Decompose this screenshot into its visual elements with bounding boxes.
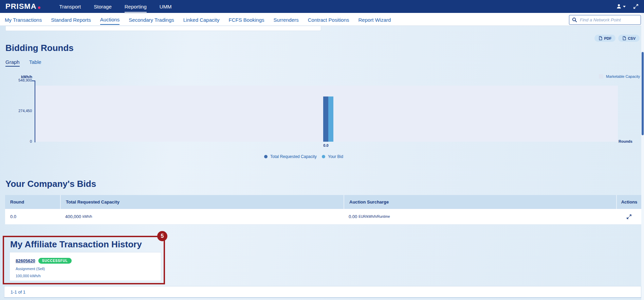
- subnav-item-secondary-tradings[interactable]: Secondary Tradings: [129, 14, 174, 24]
- user-menu-button[interactable]: [616, 4, 626, 9]
- scrollbar-track[interactable]: [641, 13, 644, 300]
- subnav-item-fcfs-bookings[interactable]: FCFS Bookings: [229, 14, 264, 24]
- surcharge-value: 0.00: [349, 214, 357, 219]
- subnav-item-linked-capacity[interactable]: Linked Capacity: [183, 14, 220, 24]
- transaction-card: 82605620 SUCCESSFUL Assignment (Sell) 10…: [10, 252, 161, 281]
- subnav-item-auctions[interactable]: Auctions: [100, 14, 120, 25]
- expand-row-button[interactable]: [626, 214, 632, 219]
- legend-total-requested-capacity: Total Requested Capacity: [264, 154, 317, 159]
- user-icon: [616, 4, 622, 9]
- surcharge-cell: 0.00 EUR/kWh/h/Runtime: [344, 209, 616, 224]
- your-bid-dot: [322, 155, 325, 158]
- company-bids-table: Round Total Requested Capacity Auction S…: [5, 195, 642, 225]
- marketable-capacity-label: Marketable Capacity: [606, 74, 640, 78]
- tab-table[interactable]: Table: [29, 59, 41, 67]
- fullscreen-toggle-icon[interactable]: [633, 4, 639, 9]
- file-pdf-icon: [599, 36, 602, 40]
- nav-item-transport[interactable]: Transport: [59, 1, 81, 13]
- search-icon: [572, 17, 577, 22]
- column-header-actions: Actions: [616, 195, 642, 209]
- export-csv-label: CSV: [628, 36, 636, 40]
- total-requested-capacity-dot: [264, 155, 268, 158]
- export-pdf-label: PDF: [604, 36, 611, 40]
- pagination-bar: 1-1 of 1: [4, 286, 641, 298]
- export-buttons: PDF CSV: [594, 35, 640, 42]
- y-tick-zero: 0: [9, 139, 32, 143]
- network-point-search[interactable]: [569, 15, 641, 25]
- your-bid-legend-label: Your Bid: [328, 154, 343, 159]
- transaction-card-header: 82605620 SUCCESSFUL: [16, 258, 161, 264]
- surcharge-unit: EUR/kWh/h/Runtime: [358, 215, 390, 218]
- prisma-logo[interactable]: PRISMA: [5, 2, 40, 11]
- transaction-status-badge: SUCCESSFUL: [38, 258, 72, 264]
- transaction-type: Assignment (Sell): [16, 267, 161, 271]
- x-axis-title: Rounds: [619, 139, 632, 143]
- pagination-text: 1-1 of 1: [11, 289, 25, 295]
- y-axis-tick-mark: [32, 81, 35, 81]
- column-header-total-requested-capacity: Total Requested Capacity: [60, 195, 344, 209]
- annotation-highlight-box: 5 My Affiliate Transaction History 82605…: [3, 236, 165, 284]
- subnav-item-report-wizard[interactable]: Report Wizard: [358, 14, 391, 24]
- capacity-value: 400,000: [65, 214, 81, 219]
- y-tick-max: 548,900: [9, 78, 32, 82]
- round-cell: 0.0: [5, 209, 60, 224]
- column-header-auction-surcharge: Auction Surcharge: [344, 195, 616, 209]
- page-content: PDF CSV Bidding Rounds Graph Table Marke…: [0, 26, 644, 300]
- chevron-down-icon: [623, 6, 626, 7]
- capacity-unit: kWh/h: [82, 215, 92, 218]
- transaction-amount: 100,000 kWh/h: [16, 274, 161, 278]
- prisma-logo-text: PRISMA: [5, 2, 37, 11]
- total-requested-capacity-legend-label: Total Requested Capacity: [270, 154, 317, 159]
- column-header-round: Round: [5, 195, 60, 209]
- subnav-item-contract-positions[interactable]: Contract Positions: [308, 14, 349, 24]
- export-csv-button[interactable]: CSV: [618, 35, 640, 42]
- total-requested-capacity-bar[interactable]: [323, 96, 328, 142]
- company-bids-title: Your Company's Bids: [5, 179, 96, 189]
- annotation-step-badge: 5: [157, 231, 167, 241]
- capacity-cell: 400,000 kWh/h: [60, 209, 344, 224]
- x-tick-round-label: 0.0: [319, 143, 333, 147]
- actions-cell: [616, 209, 642, 224]
- expand-icon: [626, 214, 632, 219]
- subnav-item-my-transactions[interactable]: My Transactions: [5, 14, 42, 24]
- marketable-capacity-swatch: [599, 74, 603, 78]
- subnav-item-surrenders[interactable]: Surrenders: [274, 14, 299, 24]
- bidding-rounds-title: Bidding Rounds: [5, 43, 74, 53]
- topbar-right-controls: [616, 4, 639, 9]
- legend-marketable-capacity: Marketable Capacity: [599, 74, 640, 78]
- transaction-id-link[interactable]: 82605620: [16, 258, 35, 263]
- y-tick-mid: 274,450: [9, 109, 32, 113]
- bidding-rounds-tabs: Graph Table: [5, 59, 41, 67]
- clipped-previous-card: [5, 26, 321, 31]
- legend-your-bid: Your Bid: [322, 154, 343, 159]
- bidding-rounds-chart: Marketable Capacity kWh/h 548,900 274,45…: [0, 72, 644, 163]
- prisma-logo-dot-icon: [38, 6, 40, 9]
- nav-item-reporting[interactable]: Reporting: [125, 1, 147, 13]
- affiliate-history-title: My Affiliate Transaction History: [10, 239, 142, 250]
- search-input[interactable]: [580, 17, 634, 22]
- export-pdf-button[interactable]: PDF: [594, 35, 615, 42]
- top-nav: Transport Storage Reporting UMM: [59, 1, 172, 13]
- scrollbar-thumb[interactable]: [642, 52, 644, 135]
- top-navigation-bar: PRISMA Transport Storage Reporting UMM: [0, 0, 644, 13]
- table-header-row: Round Total Requested Capacity Auction S…: [5, 195, 642, 209]
- subnav-item-standard-reports[interactable]: Standard Reports: [51, 14, 91, 24]
- file-csv-icon: [622, 36, 626, 40]
- your-bid-bar[interactable]: [328, 96, 333, 142]
- nav-item-storage[interactable]: Storage: [94, 1, 112, 13]
- table-row: 0.0 400,000 kWh/h 0.00 EUR/kWh/h/Runtime: [5, 209, 642, 225]
- reporting-tabs: My Transactions Standard Reports Auction…: [5, 14, 391, 25]
- tab-graph[interactable]: Graph: [5, 59, 20, 67]
- nav-item-umm[interactable]: UMM: [160, 1, 172, 13]
- reporting-sub-navigation: My Transactions Standard Reports Auction…: [0, 13, 644, 26]
